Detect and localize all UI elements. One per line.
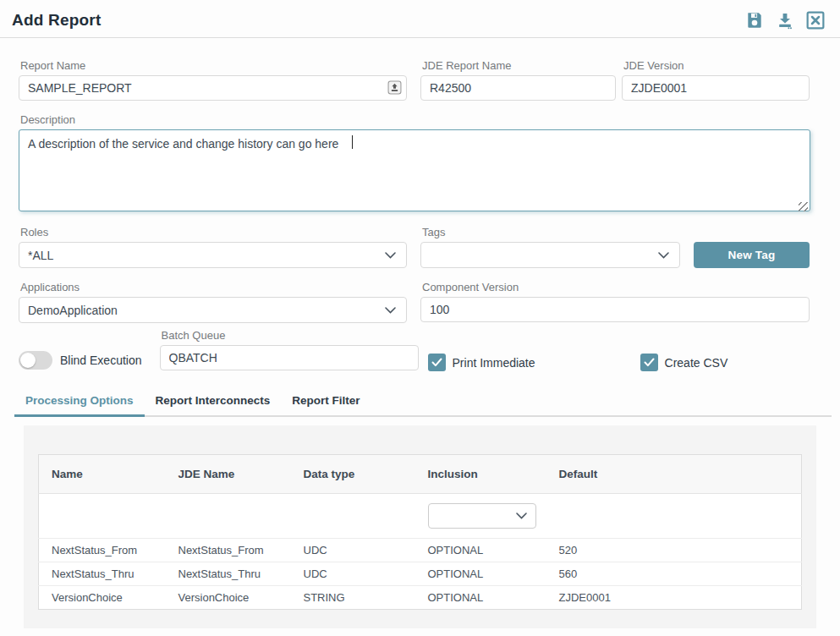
filter-cell — [415, 494, 546, 539]
report-name-label: Report Name — [20, 59, 407, 72]
page-header: Add Report — [0, 0, 840, 38]
tab-report-filter[interactable]: Report Filter — [281, 386, 371, 417]
tab-bar: Processing Options Report Interconnects … — [14, 386, 832, 417]
processing-options-panel: NameJDE NameData typeInclusionDefault Ne… — [24, 425, 816, 628]
filter-cell — [546, 494, 802, 539]
autofill-icon[interactable] — [387, 80, 402, 95]
save-icon[interactable] — [745, 11, 764, 30]
roles-label: Roles — [20, 226, 407, 238]
blind-execution-group: Blind Execution — [19, 351, 142, 370]
table-row[interactable]: NextStatus_FromNextStatus_FromUDCOPTIONA… — [39, 539, 802, 562]
table-cell: NextStatus_From — [39, 539, 166, 562]
roles-select[interactable]: *ALL — [19, 242, 407, 268]
tags-select[interactable] — [420, 242, 680, 268]
batch-queue-input[interactable] — [160, 345, 419, 370]
table-cell: 520 — [546, 539, 802, 562]
table-row[interactable]: NextStatus_ThruNextStatus_ThruUDCOPTIONA… — [39, 562, 802, 586]
table-header-row: NameJDE NameData typeInclusionDefault — [39, 455, 802, 494]
component-version-label: Component Version — [422, 281, 810, 293]
table-cell: OPTIONAL — [415, 539, 546, 562]
table-cell: UDC — [291, 562, 415, 586]
column-header: Default — [546, 455, 802, 494]
table-cell: VersionChoice — [39, 586, 166, 610]
chevron-down-icon — [385, 307, 396, 314]
table-cell: NextStatus_From — [166, 539, 291, 562]
blind-execution-label: Blind Execution — [60, 354, 142, 367]
batch-queue-label: Batch Queue — [162, 329, 419, 342]
applications-select[interactable]: DemoApplication — [19, 297, 407, 323]
table-cell: VersionChoice — [166, 586, 291, 610]
tab-report-interconnects[interactable]: Report Interconnects — [145, 386, 282, 417]
applications-selected-value: DemoApplication — [28, 304, 118, 317]
new-tag-button[interactable]: New Tag — [694, 242, 810, 268]
filter-cell — [166, 494, 291, 539]
column-header: Inclusion — [415, 455, 546, 494]
page-title: Add Report — [12, 11, 101, 30]
print-immediate-group: Print Immediate — [428, 354, 535, 371]
filter-cell — [39, 494, 166, 539]
table-cell: OPTIONAL — [415, 586, 546, 610]
report-name-input[interactable] — [19, 75, 407, 101]
column-header: Name — [39, 455, 166, 494]
table-cell: UDC — [291, 539, 415, 562]
report-form: Report Name JDE Report Name JDE Version — [0, 38, 840, 371]
roles-selected-value: *ALL — [28, 249, 53, 262]
column-header: JDE Name — [166, 455, 291, 494]
table-row[interactable]: VersionChoiceVersionChoiceSTRINGOPTIONAL… — [39, 586, 802, 610]
tags-label: Tags — [422, 226, 680, 238]
toggle-knob — [20, 353, 36, 368]
tab-processing-options[interactable]: Processing Options — [14, 386, 145, 417]
table-cell: STRING — [291, 586, 415, 610]
table-cell: ZJDE0001 — [546, 586, 802, 610]
component-version-input[interactable] — [420, 297, 810, 322]
processing-options-table: NameJDE NameData typeInclusionDefault Ne… — [38, 454, 802, 610]
filter-cell — [291, 494, 415, 539]
inclusion-filter-select[interactable] — [428, 503, 536, 529]
close-icon[interactable] — [806, 11, 825, 30]
create-csv-label: Create CSV — [665, 356, 728, 370]
text-caret — [352, 135, 353, 149]
header-actions — [745, 11, 826, 30]
table-cell: NextStatus_Thru — [39, 562, 166, 586]
jde-report-name-label: JDE Report Name — [422, 59, 616, 72]
description-label: Description — [20, 113, 810, 126]
jde-version-label: JDE Version — [623, 59, 810, 72]
column-header: Data type — [291, 455, 415, 494]
description-textarea[interactable]: A description of the service and change … — [19, 129, 810, 211]
table-cell: OPTIONAL — [415, 562, 546, 586]
blind-execution-toggle[interactable] — [19, 351, 52, 370]
applications-label: Applications — [20, 281, 407, 293]
print-immediate-checkbox[interactable] — [428, 354, 446, 371]
jde-report-name-input[interactable] — [420, 75, 616, 101]
table-filter-row — [39, 494, 802, 539]
table-cell: NextStatus_Thru — [166, 562, 291, 586]
print-immediate-label: Print Immediate — [453, 356, 535, 370]
create-csv-group: Create CSV — [640, 354, 728, 371]
download-icon[interactable] — [776, 11, 794, 30]
chevron-down-icon — [658, 252, 669, 259]
jde-version-input[interactable] — [622, 75, 810, 101]
chevron-down-icon — [516, 513, 527, 519]
chevron-down-icon — [385, 252, 396, 259]
create-csv-checkbox[interactable] — [640, 354, 658, 371]
table-cell: 560 — [546, 562, 802, 586]
